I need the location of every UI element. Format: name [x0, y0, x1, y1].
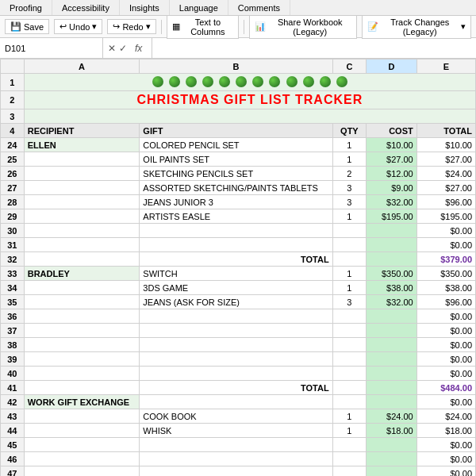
total-cell[interactable]: $0.00: [416, 395, 475, 409]
qty-cell[interactable]: 1: [332, 209, 366, 224]
confirm-formula-icon[interactable]: ✓: [119, 43, 127, 54]
total-cell[interactable]: $195.00: [416, 209, 475, 224]
gift-cell[interactable]: [140, 338, 332, 352]
cost-cell[interactable]: [367, 367, 417, 381]
qty-cell[interactable]: [332, 338, 366, 352]
qty-cell[interactable]: 3: [332, 181, 366, 195]
total-cell[interactable]: $0.00: [416, 367, 475, 381]
total-cell[interactable]: $10.00: [416, 138, 475, 152]
total-cell[interactable]: $0.00: [416, 338, 475, 352]
qty-cell[interactable]: 1: [332, 138, 366, 152]
track-changes-button[interactable]: 📝 Track Changes (Legacy) ▾: [362, 15, 471, 39]
qty-cell[interactable]: [332, 238, 366, 252]
gift-cell[interactable]: SWITCH: [140, 267, 332, 281]
cost-cell[interactable]: [367, 381, 417, 395]
total-cell[interactable]: $0.00: [416, 224, 475, 238]
cost-cell[interactable]: $32.00: [367, 295, 417, 309]
recipient-cell[interactable]: [24, 281, 140, 295]
gift-cell[interactable]: JEANS JUNIOR 3: [140, 195, 332, 209]
recipient-cell[interactable]: [24, 452, 140, 466]
gift-cell[interactable]: 3DS GAME: [140, 281, 332, 295]
total-cell[interactable]: $96.00: [416, 295, 475, 309]
qty-cell[interactable]: [332, 309, 366, 324]
recipient-cell[interactable]: [24, 409, 140, 424]
cost-cell[interactable]: $32.00: [367, 195, 417, 209]
qty-cell[interactable]: 3: [332, 195, 366, 209]
qty-cell[interactable]: [332, 224, 366, 238]
gift-cell[interactable]: TOTAL: [140, 381, 332, 395]
recipient-cell[interactable]: [24, 367, 140, 381]
cost-cell[interactable]: [367, 324, 417, 338]
total-cell[interactable]: $27.00: [416, 181, 475, 195]
qty-cell[interactable]: 1: [332, 409, 366, 424]
gift-cell[interactable]: COOK BOOK: [140, 409, 332, 424]
total-cell[interactable]: $0.00: [416, 466, 475, 477]
total-cell[interactable]: $0.00: [416, 309, 475, 324]
cost-cell[interactable]: [367, 238, 417, 252]
tab-insights[interactable]: Insights: [120, 0, 170, 15]
redo-dropdown-icon[interactable]: ▾: [146, 21, 151, 32]
text-to-columns-button[interactable]: ▦ Text to Columns: [167, 15, 240, 39]
col-header-e[interactable]: E: [416, 60, 475, 74]
gift-cell[interactable]: WHISK: [140, 424, 332, 438]
gift-cell[interactable]: [140, 452, 332, 466]
undo-button[interactable]: ↩ Undo ▾: [54, 19, 102, 34]
cost-cell[interactable]: $24.00: [367, 409, 417, 424]
cost-cell[interactable]: $350.00: [367, 267, 417, 281]
cost-cell[interactable]: [367, 309, 417, 324]
total-cell[interactable]: $24.00: [416, 167, 475, 181]
recipient-cell[interactable]: [24, 224, 140, 238]
recipient-cell[interactable]: [24, 209, 140, 224]
total-cell[interactable]: $0.00: [416, 452, 475, 466]
gift-cell[interactable]: ASSORTED SKETCHING/PAINTS TABLETS: [140, 181, 332, 195]
gift-cell[interactable]: TOTAL: [140, 252, 332, 267]
col-header-c[interactable]: C: [332, 60, 366, 74]
col-header-d[interactable]: D: [367, 60, 417, 74]
recipient-cell[interactable]: [24, 152, 140, 167]
cost-cell[interactable]: $9.00: [367, 181, 417, 195]
total-cell[interactable]: $27.00: [416, 152, 475, 167]
recipient-cell[interactable]: [24, 352, 140, 367]
cost-cell[interactable]: $18.00: [367, 424, 417, 438]
gift-cell[interactable]: COLORED PENCIL SET: [140, 138, 332, 152]
qty-cell[interactable]: [332, 252, 366, 267]
gift-cell[interactable]: [140, 352, 332, 367]
gift-cell[interactable]: [140, 324, 332, 338]
qty-cell[interactable]: [332, 438, 366, 452]
gift-cell[interactable]: SKETCHING PENCILS SET: [140, 167, 332, 181]
gift-cell[interactable]: [140, 309, 332, 324]
total-cell[interactable]: $0.00: [416, 438, 475, 452]
recipient-cell[interactable]: [24, 309, 140, 324]
gift-cell[interactable]: OIL PAINTS SET: [140, 152, 332, 167]
total-cell[interactable]: $350.00: [416, 267, 475, 281]
undo-dropdown-icon[interactable]: ▾: [92, 21, 97, 32]
cost-cell[interactable]: [367, 395, 417, 409]
gift-cell[interactable]: [140, 438, 332, 452]
qty-cell[interactable]: [332, 466, 366, 477]
qty-cell[interactable]: [332, 324, 366, 338]
total-cell[interactable]: $484.00: [416, 381, 475, 395]
total-cell[interactable]: $0.00: [416, 352, 475, 367]
total-cell[interactable]: $379.00: [416, 252, 475, 267]
cost-cell[interactable]: $27.00: [367, 152, 417, 167]
cost-cell[interactable]: [367, 466, 417, 477]
cancel-formula-icon[interactable]: ✕: [108, 43, 116, 54]
cost-cell[interactable]: $195.00: [367, 209, 417, 224]
cost-cell[interactable]: $10.00: [367, 138, 417, 152]
share-workbook-button[interactable]: 📊 Share Workbook (Legacy): [249, 15, 357, 39]
total-cell[interactable]: $18.00: [416, 424, 475, 438]
recipient-cell[interactable]: [24, 381, 140, 395]
recipient-cell[interactable]: [24, 438, 140, 452]
gift-cell[interactable]: JEANS (ASK FOR SIZE): [140, 295, 332, 309]
name-box-input[interactable]: [5, 44, 98, 53]
track-dropdown-icon[interactable]: ▾: [461, 21, 466, 32]
recipient-cell[interactable]: ELLEN: [24, 138, 140, 152]
qty-cell[interactable]: 1: [332, 267, 366, 281]
total-cell[interactable]: $24.00: [416, 409, 475, 424]
gift-cell[interactable]: [140, 395, 332, 409]
tab-accessibility[interactable]: Accessibility: [52, 0, 120, 15]
recipient-cell[interactable]: [24, 338, 140, 352]
formula-input[interactable]: [152, 42, 476, 55]
recipient-cell[interactable]: [24, 195, 140, 209]
cost-cell[interactable]: [367, 224, 417, 238]
